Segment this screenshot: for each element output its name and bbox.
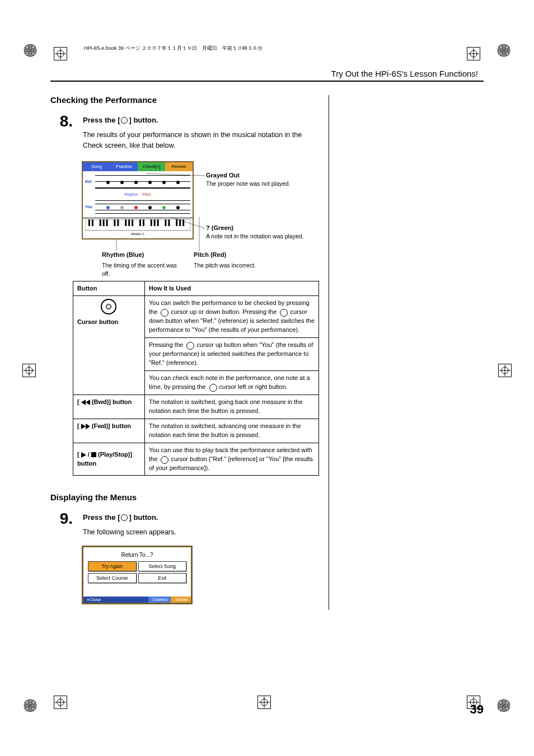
ref-label: Ref. xyxy=(85,180,95,184)
step-instruction: Press the [ ] button. xyxy=(83,116,320,124)
tab-practice: Practice xyxy=(110,162,138,171)
footer-close: ×Close xyxy=(83,597,148,603)
annot-grayed-text: The proper note was not played. xyxy=(206,180,291,188)
cursor-button-cell: Cursor button xyxy=(73,296,145,395)
rewind-icon xyxy=(81,400,86,405)
step-8: 8. Press the [ ] button. The results of … xyxy=(50,114,320,151)
footer-select: ◇Select xyxy=(148,597,171,603)
instruction-pre: Press the [ xyxy=(83,116,120,124)
svg-rect-28 xyxy=(117,219,119,226)
svg-rect-30 xyxy=(128,219,130,226)
th-button: Button xyxy=(73,281,145,296)
annot-green-text: A note not in the notation was played. xyxy=(206,232,304,241)
cursor-icon xyxy=(159,309,169,316)
annot-rhythm-title: Rhythm (Blue) xyxy=(102,251,186,259)
circle-button-icon xyxy=(121,117,128,124)
play-text: You can use this to play back the perfor… xyxy=(145,443,319,476)
header-rule xyxy=(50,81,484,82)
play-icon xyxy=(81,452,86,458)
svg-rect-22 xyxy=(88,219,90,226)
fwd-text: The notation is switched, advancing one … xyxy=(145,419,319,443)
section-title-menus: Displaying the Menus xyxy=(50,492,320,502)
forward-icon xyxy=(81,424,86,429)
return-title: Return To...? xyxy=(83,547,191,561)
tab-song: Song xyxy=(83,162,110,171)
step-text: The results of your performance is shown… xyxy=(83,130,320,151)
svg-rect-41 xyxy=(182,219,184,226)
instruction-post: ] button. xyxy=(129,513,158,522)
forward-icon xyxy=(86,424,90,429)
svg-rect-29 xyxy=(125,219,127,226)
cursor-button-label: Cursor button xyxy=(77,318,118,325)
svg-rect-39 xyxy=(176,219,177,226)
keyboard-graphic xyxy=(83,218,193,232)
svg-rect-27 xyxy=(114,219,115,226)
step-text: The following screen appears. xyxy=(83,527,320,538)
bwd-button-cell: [ (Bwd)] button xyxy=(73,395,145,419)
svg-rect-36 xyxy=(157,219,159,226)
pitch-small-label: Pitch xyxy=(142,192,151,196)
rhythm-small-label: Rhythm xyxy=(124,192,138,196)
fwd-button-cell: [ (Fwd)] button xyxy=(73,419,145,443)
running-head: Try Out the HPi-6S's Lesson Functions! xyxy=(50,69,484,78)
middle-c-label: Middle C xyxy=(83,232,193,236)
step-number: 9. xyxy=(50,511,83,527)
cursor-button-icon xyxy=(101,299,118,316)
th-how: How It Is Used xyxy=(145,281,319,296)
page-number: 39 xyxy=(470,702,484,717)
footer-enter: ○Enter xyxy=(171,597,191,603)
svg-rect-24 xyxy=(100,219,101,226)
annot-pitch-title: Pitch (Red) xyxy=(194,251,278,259)
svg-rect-33 xyxy=(143,219,144,226)
ref-staff xyxy=(95,175,190,189)
instruction-pre: Press the [ xyxy=(83,513,120,522)
section-title-checking: Checking the Performance xyxy=(50,95,320,105)
cursor-icon xyxy=(185,342,195,349)
book-header-line: HPi-6S-e.book 39 ページ ２００７年１１月１９日 月曜日 午前１… xyxy=(50,45,484,52)
svg-rect-38 xyxy=(168,219,170,226)
lcd-screen: Song Practice Check[×] Review Ref. xyxy=(82,161,194,240)
annot-green-title: ? (Green) xyxy=(206,224,304,232)
menu-select-course: Select Course xyxy=(88,573,137,583)
menu-try-again: Try Again xyxy=(88,561,137,571)
step-number: 8. xyxy=(50,114,83,129)
you-staff xyxy=(95,200,190,214)
stop-icon xyxy=(91,452,96,457)
you-label: You xyxy=(85,205,95,209)
cursor-row1: You can switch the performance to be che… xyxy=(145,296,319,338)
cursor-icon xyxy=(159,456,169,463)
rewind-icon xyxy=(86,400,90,405)
svg-rect-25 xyxy=(103,219,105,226)
annot-pitch-text: The pitch was incorrect. xyxy=(194,261,278,270)
circle-button-icon xyxy=(121,514,128,521)
tab-review: Review xyxy=(165,162,193,171)
cursor-icon xyxy=(278,309,288,316)
svg-rect-35 xyxy=(154,219,156,226)
menu-exit: Exit xyxy=(138,573,187,583)
bwd-text: The notation is switched, going back one… xyxy=(145,395,319,419)
step-instruction: Press the [ ] button. xyxy=(83,513,320,522)
check-screen-illustration: Song Practice Check[×] Review Ref. xyxy=(82,161,317,273)
button-usage-table: Button How It Is Used Cursor button You … xyxy=(73,281,319,476)
svg-rect-40 xyxy=(179,219,181,226)
svg-rect-37 xyxy=(165,219,166,226)
instruction-post: ] button. xyxy=(129,116,158,124)
svg-rect-23 xyxy=(92,219,93,226)
annot-grayed-title: Grayed Out xyxy=(206,171,291,180)
svg-rect-31 xyxy=(132,219,133,226)
menu-select-song: Select Song xyxy=(138,561,187,571)
tab-check: Check[×] xyxy=(138,162,165,171)
cursor-row3: You can check each note in the performan… xyxy=(145,371,319,395)
step-9: 9. Press the [ ] button. The following s… xyxy=(50,511,320,538)
cursor-row2: Pressing the cursor up button when "You"… xyxy=(145,338,319,371)
svg-rect-34 xyxy=(151,219,152,226)
annot-rhythm-text: The timing of the accent was off. xyxy=(102,261,186,278)
svg-rect-26 xyxy=(106,219,108,226)
svg-rect-32 xyxy=(139,219,141,226)
return-menu-screen: Return To...? Try Again Select Song Sele… xyxy=(82,546,193,604)
cursor-icon xyxy=(208,384,218,391)
play-button-cell: [ / (Play/Stop)] button xyxy=(73,443,145,476)
